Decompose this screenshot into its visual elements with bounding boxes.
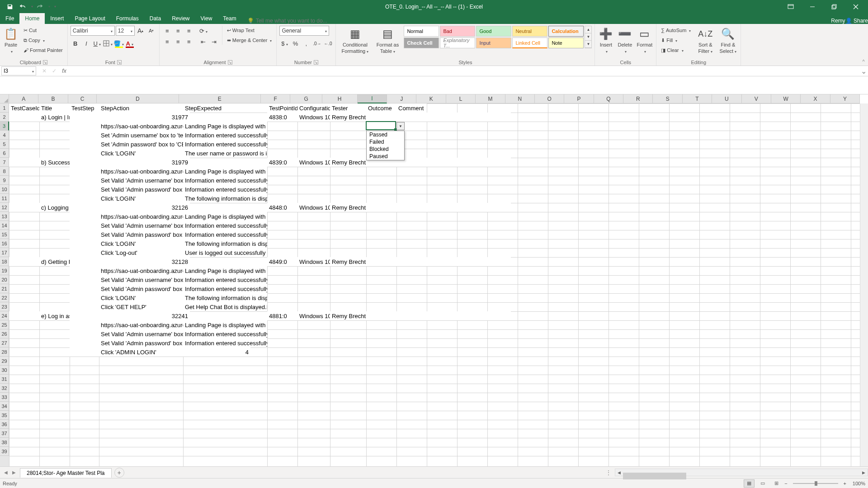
redo-dropdown[interactable] — [46, 1, 51, 12]
insert-function-button[interactable]: fx — [59, 66, 69, 75]
hscroll-left-button[interactable]: ◀ — [615, 469, 623, 476]
cell-H24[interactable]: Remy Brecht — [330, 311, 511, 320]
cell-E14[interactable]: Information entered successfully — [183, 221, 267, 230]
percent-format-button[interactable]: % — [290, 38, 300, 48]
cell-E5[interactable]: Information entered successfully — [183, 140, 267, 149]
row-header-18[interactable]: 18 — [0, 257, 9, 266]
row-header-2[interactable]: 2 — [0, 113, 9, 122]
cell-H18[interactable]: Remy Brecht — [330, 257, 511, 266]
decrease-font-button[interactable]: A▾ — [146, 26, 156, 36]
cell-B1[interactable]: Title — [39, 103, 70, 113]
gallery-down-button[interactable]: ▼ — [585, 33, 591, 41]
delete-cells-button[interactable]: ➖Delete — [617, 26, 633, 55]
paste-button[interactable]: 📋 Paste — [3, 26, 19, 55]
dialog-launcher-icon[interactable]: ↘ — [43, 60, 47, 65]
hscroll-right-button[interactable]: ▶ — [860, 469, 868, 476]
row-header-13[interactable]: 13 — [0, 212, 9, 221]
tell-me-input[interactable] — [256, 18, 346, 24]
data-validation-dropdown-button[interactable]: ▼ — [396, 122, 405, 130]
fill-color-button[interactable]: 🪣 — [114, 38, 124, 48]
sort-filter-button[interactable]: A↓ZSort &Filter — [695, 26, 715, 55]
column-header-P[interactable]: P — [564, 94, 594, 103]
row-header-14[interactable]: 14 — [0, 221, 9, 230]
align-top-button[interactable]: ≡ — [162, 26, 172, 36]
tab-file[interactable]: File — [0, 13, 19, 24]
zoom-in-button[interactable]: + — [844, 481, 846, 486]
italic-button[interactable]: I — [81, 38, 91, 48]
dialog-launcher-icon[interactable]: ↘ — [228, 60, 232, 65]
column-header-C[interactable]: C — [68, 94, 97, 103]
cell-J1[interactable]: Comment — [396, 103, 427, 113]
cell-B12[interactable]: c) Logging Out — [39, 203, 70, 212]
cell-E25[interactable]: Landing Page is displayed with the follo… — [183, 320, 267, 329]
cell-style-normal[interactable]: Normal — [404, 26, 439, 37]
column-header-N[interactable]: N — [505, 94, 535, 103]
cell-H2[interactable]: Remy Brecht — [330, 113, 511, 122]
cell-H1[interactable]: Tester — [330, 103, 366, 113]
formula-input[interactable] — [72, 66, 859, 75]
cell-A1[interactable]: TestCaseId — [9, 103, 39, 113]
cell-E8[interactable]: Landing Page is displayed with the follo… — [183, 167, 267, 176]
decrease-indent-button[interactable]: ⇤ — [198, 37, 208, 47]
new-sheet-button[interactable]: + — [114, 468, 124, 478]
row-header-12[interactable]: 12 — [0, 203, 9, 212]
cell-E6[interactable]: The user name or password is incorrect — [183, 149, 267, 158]
dv-option-passed[interactable]: Passed — [367, 131, 404, 138]
cell-style-bad[interactable]: Bad — [440, 26, 475, 37]
cell-A12[interactable]: 32126 — [9, 203, 190, 212]
row-header-32[interactable]: 32 — [0, 384, 9, 393]
accounting-format-button[interactable]: $ — [279, 38, 289, 48]
clear-button[interactable]: ◨Clear — [659, 46, 693, 55]
sheet-tab-split-handle[interactable]: ⋮ — [603, 469, 615, 476]
zoom-out-button[interactable]: − — [784, 481, 787, 486]
cell-E22[interactable]: The following information is displayed — [183, 293, 267, 302]
undo-dropdown[interactable] — [29, 1, 33, 12]
row-header-5[interactable]: 5 — [0, 140, 9, 149]
undo-button[interactable] — [16, 1, 29, 12]
row-header-22[interactable]: 22 — [0, 293, 9, 302]
decrease-decimal-button[interactable]: ←.0 — [323, 38, 333, 48]
align-right-button[interactable]: ≡ — [184, 37, 194, 47]
column-header-X[interactable]: X — [801, 94, 830, 103]
cell-H7[interactable]: Remy Brecht — [330, 158, 511, 167]
cell-A7[interactable]: 31979 — [9, 158, 190, 167]
cell-E27[interactable]: Information entered successfully — [183, 338, 267, 347]
borders-button[interactable] — [103, 38, 113, 48]
column-header-Q[interactable]: Q — [594, 94, 623, 103]
cell-G1[interactable]: Configuration — [297, 103, 330, 113]
row-header-28[interactable]: 28 — [0, 347, 9, 357]
column-header-E[interactable]: E — [179, 94, 261, 103]
column-header-R[interactable]: R — [623, 94, 653, 103]
save-icon[interactable] — [4, 1, 16, 12]
cell-E4[interactable]: Information entered successfully — [183, 131, 267, 140]
cut-button[interactable]: ✂Cut — [22, 26, 65, 35]
cell-D15[interactable]: Set Valid 'Admin password' box to 'CENSO… — [99, 230, 183, 239]
vertical-scrollbar[interactable] — [860, 103, 868, 466]
horizontal-scrollbar[interactable]: ◀ ▶ — [615, 469, 868, 476]
close-button[interactable] — [845, 0, 866, 13]
zoom-slider[interactable] — [793, 483, 838, 484]
cells-viewport[interactable]: TestCaseIdTitleTestStepStepActionStepExp… — [9, 103, 860, 466]
row-header-7[interactable]: 7 — [0, 158, 9, 167]
column-header-L[interactable]: L — [446, 94, 476, 103]
cell-style-note[interactable]: Note — [548, 38, 584, 48]
cell-E26[interactable]: Information entered successfully — [183, 329, 267, 338]
cell-F1[interactable]: TestPointId — [267, 103, 297, 113]
cell-style-good[interactable]: Good — [476, 26, 511, 37]
sheet-nav-prev[interactable]: ◀ — [2, 469, 10, 477]
cell-D4[interactable]: Set 'Admin username' box to 'test@incorr… — [99, 131, 183, 140]
collapse-ribbon-button[interactable]: ^ — [859, 24, 868, 66]
row-header-3[interactable]: 3 — [0, 122, 9, 131]
row-header-36[interactable]: 36 — [0, 420, 9, 429]
zoom-slider-thumb[interactable] — [815, 481, 817, 486]
cell-D26[interactable]: Set Valid 'Admin username' box to 'admin — [99, 329, 183, 338]
cell-D3[interactable]: https://sao-uat-onboarding.azurewebsites — [99, 122, 183, 131]
cell-style-check[interactable]: Check Cell — [404, 38, 439, 48]
cell-E23[interactable]: Get Help Chat Bot is displayed.FUNC — [183, 302, 267, 311]
cell-E20[interactable]: Information entered successfully — [183, 275, 267, 284]
cell-D14[interactable]: Set Valid 'Admin username' box to 'admin — [99, 221, 183, 230]
cancel-formula-button[interactable]: ✕ — [39, 66, 49, 75]
row-header-8[interactable]: 8 — [0, 167, 9, 176]
cell-D21[interactable]: Set Valid 'Admin password' box to 'CENSO… — [99, 284, 183, 293]
redo-button[interactable] — [33, 1, 46, 12]
